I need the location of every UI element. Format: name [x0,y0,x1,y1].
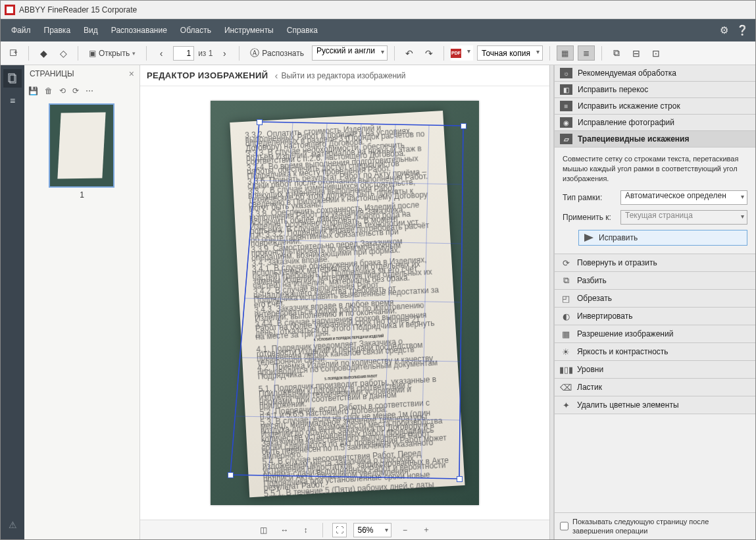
chevron-left-icon: ‹ [274,70,278,81]
zoom-select[interactable]: 56% [353,523,391,537]
menu-edit[interactable]: Правка [38,22,78,39]
new-task-button[interactable] [6,45,22,61]
fit-width-button[interactable]: ↔ [278,523,292,537]
save-page-button[interactable]: 💾 [28,86,38,95]
fix-button[interactable]: Исправить [578,230,747,246]
recognize-button[interactable]: Ⓐ Распознать [246,45,308,62]
tab-pages[interactable] [3,69,22,88]
magic-wand-icon: ✦ [560,399,572,411]
prev-page-button[interactable]: ‹ [153,45,169,61]
layer-down-icon[interactable]: ◇ [55,45,71,61]
pages-panel-title: СТРАНИЦЫ [30,69,74,78]
help-icon[interactable]: ❔ [733,24,751,36]
tool-split[interactable]: ⧉ Разбить [555,272,755,290]
export-format-select[interactable]: PDF [451,45,473,61]
editor-canvas[interactable]: 3.3.2. Оплатить стоимость Изделий и выпо… [140,86,549,520]
menu-view[interactable]: Вид [77,22,105,39]
deskew-icon: ◧ [560,84,572,95]
menu-tools[interactable]: Инструменты [218,22,280,39]
tool-trapezoid[interactable]: ▱ Трапециевидные искажения [555,131,755,148]
trapezoid-handle-bl[interactable] [228,472,234,478]
view-text-toggle[interactable]: ≣ [578,45,595,61]
language-select[interactable]: Русский и англи [312,45,388,61]
tool-eraser[interactable]: ⌫ Ластик [555,379,755,396]
tool-deskew[interactable]: ◧ Исправить перекос [555,82,755,98]
frame-type-select[interactable]: Автоматическое определен [620,190,747,205]
fit-page-button[interactable]: ⛶ [332,523,347,537]
tool-photo-correction[interactable]: ◉ Исправление фотографий [555,115,755,131]
tool-resolution[interactable]: ▦ Разрешение изображений [555,325,755,343]
show-next-page-label: Показывать следующую страницу после заве… [572,517,750,535]
undo-button[interactable]: ↶ [401,45,417,61]
show-next-page-checkbox[interactable] [560,517,568,535]
page-thumbnail-number: 1 [49,190,116,200]
tab-list[interactable]: ≡ [3,92,22,110]
play-icon [584,234,593,242]
apply-to-select[interactable]: Текущая страница [620,210,747,225]
levels-icon: ▮▯▮ [560,364,572,375]
area-tool-1[interactable]: ⧉ [609,45,624,61]
eraser-icon: ⌫ [560,381,572,393]
reanalyze-button[interactable]: ⟲ [59,86,66,95]
settings-icon[interactable]: ⚙ [715,24,733,36]
tool-invert[interactable]: ◐ Инвертировать [555,308,755,325]
editor-bottom-controls: ◫ ↔ ↕ ⛶ 56% − ＋ [140,520,549,539]
frame-type-label: Тип рамки: [563,193,615,202]
folder-icon: ▣ [89,49,96,58]
redo-button[interactable]: ↷ [421,45,437,61]
right-panel-resize-handle[interactable] [549,65,554,539]
split-icon: ⧉ [560,275,572,286]
app-title: ABBYY FineReader 15 Corporate [19,5,137,14]
image-editor: РЕДАКТОР ИЗОБРАЖЕНИЙ ‹ Выйти из редактор… [140,65,549,539]
next-page-button[interactable]: › [216,45,232,61]
page-number-input[interactable] [173,46,194,61]
page-image: 3.3.2. Оплатить стоимость Изделий и выпо… [211,101,479,505]
zoom-out-button[interactable]: − [398,523,413,537]
trapezoid-handle-br[interactable] [457,476,463,482]
fit-selection-button[interactable]: ◫ [257,523,271,537]
recognize-icon: Ⓐ [250,47,259,59]
pdf-icon: PDF [451,49,461,58]
delete-page-button[interactable]: 🗑 [45,86,53,95]
pages-toolbar: 💾 🗑 ⟲ ⟳ ⋯ [24,82,139,99]
warning-icon[interactable]: ⚠ [3,516,22,534]
menu-area[interactable]: Область [174,22,218,39]
invert-icon: ◐ [560,310,572,322]
layer-up-icon[interactable]: ◆ [36,45,51,61]
tool-rotate[interactable]: ⟳ Повернуть и отразить [555,254,755,272]
apply-to-value: Текущая страница [625,211,693,220]
close-pages-panel-button[interactable]: × [129,68,134,79]
trapezoid-handle-tr[interactable] [461,123,466,129]
tool-straighten-lines[interactable]: ≡ Исправить искажение строк [555,98,755,115]
trapezoid-handle-tl[interactable] [257,119,263,125]
editor-title: РЕДАКТОР ИЗОБРАЖЕНИЙ [147,70,268,80]
tool-levels[interactable]: ▮▯▮ Уровни [555,361,755,379]
right-tools-panel: ☼ Рекомендуемая обработка ◧ Исправить пе… [554,65,755,539]
page-thumbnail[interactable]: 1 [49,103,116,200]
view-image-toggle[interactable]: ▦ [557,45,574,61]
language-select-label: Русский и англи [316,46,375,55]
zoom-in-button[interactable]: ＋ [419,523,434,537]
rerecognize-button[interactable]: ⟳ [72,86,79,95]
apply-to-label: Применить к: [563,213,615,222]
titlebar: ABBYY FineReader 15 Corporate [1,1,755,19]
fix-button-label: Исправить [599,233,638,242]
menu-file[interactable]: Файл [5,22,38,39]
area-tool-3[interactable]: ⊡ [648,45,664,61]
tool-brightness[interactable]: ☀ Яркость и контрастность [555,343,755,361]
left-icon-bar: ≡ ⚠ [1,65,24,539]
menu-recognize[interactable]: Распознавание [105,22,174,39]
exit-editor-button[interactable]: ‹ Выйти из редактора изображений [274,70,405,81]
resolution-icon: ▦ [560,328,572,340]
recognize-button-label: Распознать [262,49,304,58]
tool-remove-color[interactable]: ✦ Удалить цветные элементы [555,396,755,414]
open-button[interactable]: ▣ Открыть ▾ [85,46,139,61]
area-tool-2[interactable]: ⊟ [628,45,644,61]
tool-crop[interactable]: ◰ Обрезать [555,290,755,308]
menu-help[interactable]: Справка [280,22,324,39]
trapezoid-settings: Совместите сетку со строками текста, пер… [555,148,755,254]
export-mode-select[interactable]: Точная копия [477,45,543,61]
fit-height-button[interactable]: ↕ [299,523,313,537]
tool-recommended[interactable]: ☼ Рекомендуемая обработка [555,65,755,82]
pages-more-button[interactable]: ⋯ [86,86,93,95]
